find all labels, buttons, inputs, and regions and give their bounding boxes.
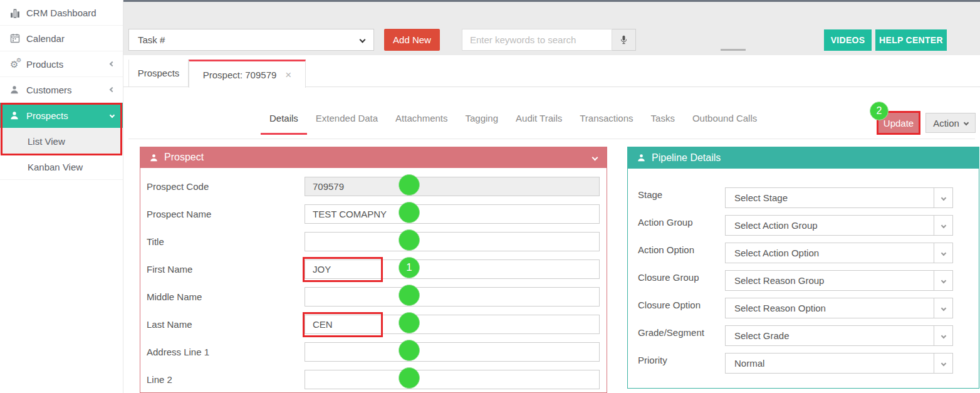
sidebar-item-customers[interactable]: Customers (0, 77, 123, 103)
annotation-step-badge: 1 (399, 257, 420, 278)
annotation-step-badge (399, 367, 420, 389)
subtab-audit-trails[interactable]: Audit Trails (507, 107, 571, 135)
sidebar: CRM Dashboard Calendar ⚙⚙ Products Custo… (0, 0, 123, 393)
pipeline-field-row: Closure Group Select Reason Group (628, 270, 979, 298)
field-label: Priority (628, 353, 725, 368)
field-input-line-2[interactable] (305, 370, 600, 389)
field-label: Prospect Name (140, 204, 305, 224)
chevron-down-icon (360, 37, 366, 43)
sidebar-item-label: CRM Dashboard (26, 8, 114, 18)
subtab-attachments[interactable]: Attachments (387, 107, 456, 135)
chevron-down-icon[interactable] (592, 154, 598, 160)
sidebar-item-kanban-view[interactable]: Kanban View (0, 154, 123, 180)
field-label: Closure Group (628, 270, 725, 285)
prospect-field-row: Title (140, 232, 607, 259)
pipeline-field-row: Grade/Segment Select Grade (628, 325, 979, 353)
field-input-prospect-code[interactable] (305, 177, 600, 196)
chevron-left-icon (110, 61, 115, 66)
subtab-outbound-calls[interactable]: Outbound Calls (684, 107, 766, 135)
annotation-step-badge (399, 202, 420, 223)
field-label: Stage (628, 187, 725, 202)
sidebar-item-crm-dashboard[interactable]: CRM Dashboard (0, 0, 123, 26)
subtab-tasks[interactable]: Tasks (642, 107, 684, 135)
subtab-details[interactable]: Details (261, 107, 307, 135)
sidebar-item-label: Kanban View (28, 162, 114, 172)
tab-prospect-709579[interactable]: Prospect: 709579 × (189, 60, 306, 88)
crm-app-window: CRM Dashboard Calendar ⚙⚙ Products Custo… (0, 0, 980, 393)
pipeline-field-row: Action Group Select Action Group (628, 215, 979, 243)
select-action-group[interactable]: Select Action Group (725, 215, 953, 236)
select-closure-option[interactable]: Select Reason Option (725, 298, 953, 318)
add-new-button[interactable]: Add New (384, 29, 440, 51)
task-filter-select[interactable]: Task # (128, 29, 374, 51)
panel-title: Pipeline Details (652, 152, 721, 164)
prospect-field-row: Line 2 (140, 370, 607, 393)
field-input-prospect-name[interactable] (305, 204, 600, 224)
chevron-down-icon (964, 120, 969, 125)
sidebar-item-label: Calendar (26, 33, 114, 44)
chevron-down-icon (110, 113, 115, 118)
sidebar-item-prospects[interactable]: Prospects (0, 103, 123, 128)
bar-chart-icon (10, 8, 26, 18)
prospect-field-row: Prospect Name (140, 204, 607, 232)
field-label: Line 2 (140, 370, 305, 389)
user-icon (10, 85, 26, 94)
panel-title: Prospect (164, 152, 204, 163)
main-content: Prospects Prospect: 709579 × DetailsExte… (123, 55, 980, 393)
select-value: Select Stage (726, 192, 934, 203)
pipeline-field-row: Closure Option Select Reason Option (628, 298, 979, 325)
sidebar-item-list-view[interactable]: List View (0, 128, 123, 154)
tab-prospects[interactable]: Prospects (128, 60, 189, 86)
field-input-address-line-1[interactable] (305, 342, 600, 362)
select-value: Select Action Group (726, 220, 934, 231)
help-center-button[interactable]: HELP CENTER (875, 29, 947, 51)
field-label: Last Name (140, 315, 305, 334)
field-input-title[interactable] (305, 232, 600, 251)
subtab-extended-data[interactable]: Extended Data (307, 107, 387, 135)
chevron-left-icon (110, 87, 115, 92)
field-label: Action Option (628, 243, 725, 258)
pipeline-form: Stage Select Stage Action Group Select A… (628, 169, 979, 380)
select-grade-segment[interactable]: Select Grade (725, 325, 953, 346)
prospect-form: Prospect Code Prospect Name Title First … (140, 168, 607, 393)
field-label: Action Group (628, 215, 725, 230)
search-input[interactable] (462, 29, 612, 51)
field-label: Prospect Code (140, 177, 305, 196)
field-input-wrap (305, 232, 600, 251)
action-dropdown-button[interactable]: Action (925, 113, 976, 133)
prospect-field-row: Address Line 1 (140, 342, 607, 370)
pipeline-field-row: Action Option Select Action Option (628, 243, 979, 270)
field-label: Middle Name (140, 287, 305, 307)
chevron-down-icon (934, 326, 952, 345)
annotation-step-badge (399, 229, 420, 251)
tab-label: Prospect: 709579 (203, 70, 277, 80)
subtab-transactions[interactable]: Transactions (571, 107, 642, 135)
gears-icon: ⚙⚙ (10, 60, 26, 69)
field-input-last-name[interactable] (305, 315, 600, 334)
subtab-tagging[interactable]: Tagging (456, 107, 507, 135)
videos-button[interactable]: VIDEOS (824, 29, 872, 51)
field-label: Closure Option (628, 298, 725, 313)
field-input-middle-name[interactable] (305, 287, 600, 307)
task-filter-value: Task # (138, 34, 360, 45)
select-value: Select Action Option (726, 248, 934, 258)
pipeline-field-row: Stage Select Stage (628, 187, 979, 215)
select-value: Select Grade (726, 330, 934, 341)
chevron-down-icon (934, 188, 952, 207)
sidebar-item-products[interactable]: ⚙⚙ Products (0, 51, 123, 77)
pipeline-panel-header[interactable]: Pipeline Details (627, 147, 979, 169)
field-input-wrap (305, 287, 600, 307)
select-action-option[interactable]: Select Action Option (725, 243, 953, 263)
chevron-down-icon (934, 243, 952, 263)
select-stage[interactable]: Select Stage (725, 187, 953, 208)
microphone-icon[interactable] (612, 29, 636, 51)
close-icon[interactable]: × (285, 70, 291, 80)
sidebar-item-calendar[interactable]: Calendar (0, 26, 123, 51)
field-input-first-name[interactable] (305, 259, 600, 279)
select-value: Select Reason Group (726, 275, 934, 286)
prospect-field-row: First Name 1 (140, 259, 607, 287)
chevron-down-icon (934, 298, 952, 318)
prospect-panel-header[interactable]: Prospect (140, 147, 607, 168)
select-closure-group[interactable]: Select Reason Group (725, 270, 953, 291)
select-priority[interactable]: Normal (725, 353, 953, 374)
